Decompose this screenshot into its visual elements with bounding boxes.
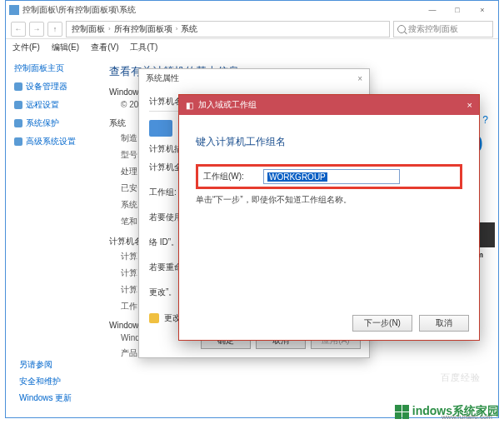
close-icon[interactable]: × (467, 100, 472, 110)
nav-forward-button[interactable]: → (29, 22, 44, 37)
window-title: 控制面板\所有控制面板项\系统 (22, 4, 136, 16)
menu-edit[interactable]: 编辑(E) (52, 42, 79, 53)
sidebar-footer-item[interactable]: 安全和维护 (19, 376, 72, 387)
shield-icon (149, 313, 159, 323)
sidebar-item-protection[interactable]: 系统保护 (14, 117, 89, 129)
site-watermark: indows系统家园 www.ruhaifu.com (395, 404, 499, 419)
shield-icon (14, 82, 22, 91)
breadcrumb-item[interactable]: 系统 (181, 23, 197, 35)
breadcrumb-item[interactable]: 控制面板 (72, 23, 105, 35)
breadcrumb-sep: › (108, 25, 111, 32)
dialog-heading: 键入计算机工作组名 (196, 135, 462, 149)
sidebar: 控制面板主页 设备管理器 远程设置 系统保护 高级系统设置 另请参阅 安全和维护… (6, 56, 97, 417)
breadcrumb[interactable]: 控制面板 › 所有控制面板项 › 系统 (66, 21, 390, 37)
menu-file[interactable]: 文件(F) (12, 42, 40, 53)
join-workgroup-dialog: ◧ 加入域或工作组 × 键入计算机工作组名 工作组(W): WORKGROUP … (178, 94, 480, 341)
maximize-button[interactable]: □ (445, 2, 470, 17)
workgroup-value: WORKGROUP (267, 172, 327, 182)
menu-view[interactable]: 查看(V) (91, 42, 118, 53)
workgroup-input[interactable]: WORKGROUP (263, 169, 400, 184)
sidebar-item-label: 设备管理器 (26, 81, 67, 92)
breadcrumb-sep: › (176, 25, 178, 32)
watermark-url: www.ruhaifu.com (442, 413, 492, 421)
dialog-title: 系统属性 (146, 72, 179, 84)
search-icon (397, 25, 406, 33)
sidebar-item-label: 高级系统设置 (26, 136, 76, 147)
network-icon: ◧ (186, 101, 193, 110)
dialog-titlebar: ◧ 加入域或工作组 × (179, 95, 479, 115)
hint-text: 单击“下一步”，即使你不知道工作组名称。 (196, 194, 462, 206)
menu-tools[interactable]: 工具(T) (130, 42, 157, 53)
sidebar-item-label: 远程设置 (26, 99, 59, 111)
search-input[interactable]: 搜索控制面板 (393, 21, 493, 37)
nav-back-button[interactable]: ← (11, 22, 26, 37)
cancel-button[interactable]: 取消 (419, 315, 469, 332)
shield-icon (14, 119, 22, 127)
sidebar-header[interactable]: 控制面板主页 (14, 62, 89, 74)
sidebar-item-label: 系统保护 (26, 117, 59, 129)
dialog-titlebar: 系统属性 × (139, 69, 369, 87)
menubar: 文件(F) 编辑(E) 查看(V) 工具(T) (6, 39, 498, 56)
sidebar-item-device-mgr[interactable]: 设备管理器 (14, 81, 89, 92)
sidebar-item-advanced[interactable]: 高级系统设置 (14, 136, 89, 147)
workgroup-label: 工作组(W): (203, 171, 250, 182)
dialog-title: 加入域或工作组 (198, 99, 257, 111)
faint-watermark: 百度经验 (441, 372, 481, 384)
close-button[interactable]: × (470, 2, 495, 17)
sidebar-footer-item[interactable]: Windows 更新 (19, 392, 72, 404)
address-bar: ← → ↑ 控制面板 › 所有控制面板项 › 系统 搜索控制面板 (6, 19, 498, 39)
sidebar-item-remote[interactable]: 远程设置 (14, 99, 89, 111)
highlighted-field: 工作组(W): WORKGROUP (196, 164, 462, 189)
windows-logo-icon (395, 405, 409, 419)
titlebar: 控制面板\所有控制面板项\系统 — □ × (6, 1, 498, 19)
shield-icon (14, 101, 22, 109)
search-placeholder: 搜索控制面板 (408, 23, 458, 35)
next-button[interactable]: 下一步(N) (352, 315, 412, 332)
computer-icon (149, 120, 172, 137)
minimize-button[interactable]: — (420, 2, 445, 17)
window-icon (9, 5, 19, 15)
sidebar-footer: 另请参阅 安全和维护 Windows 更新 (19, 359, 72, 404)
breadcrumb-item[interactable]: 所有控制面板项 (114, 23, 172, 35)
help-icon[interactable]: ? (482, 114, 488, 126)
close-icon[interactable]: × (357, 74, 362, 83)
shield-icon (14, 137, 22, 146)
sidebar-footer-item: 另请参阅 (19, 359, 72, 371)
nav-up-button[interactable]: ↑ (47, 22, 62, 37)
